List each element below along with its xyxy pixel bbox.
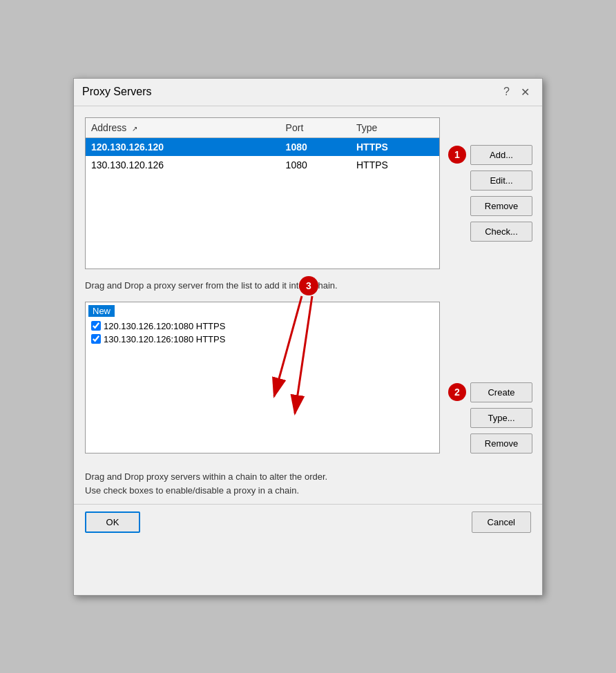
bottom-buttons-group: 2 Create Type... Remove: [448, 382, 531, 453]
add-button[interactable]: Add...: [470, 145, 532, 165]
right-panel: 1 Add... Edit... Remove Check... 2 Creat…: [448, 117, 531, 453]
title-bar: Proxy Servers ? ✕: [74, 79, 542, 106]
chain-item-label: 120.130.126.120:1080 HTTPS: [104, 321, 225, 331]
table-row[interactable]: 120.130.126.1201080HTTPS: [86, 137, 439, 156]
check-button[interactable]: Check...: [470, 222, 532, 242]
type-button[interactable]: Type...: [470, 408, 532, 428]
dialog-title: Proxy Servers: [82, 86, 151, 98]
edit-button[interactable]: Edit...: [470, 170, 532, 191]
cell-address: 120.130.126.120: [86, 137, 280, 156]
col-header-address: Address ↗: [86, 118, 280, 138]
cell-port: 1080: [280, 156, 351, 174]
cell-type: HTTPS: [351, 137, 439, 156]
chain-container: New 120.130.126.120:1080 HTTPS130.130.12…: [85, 302, 440, 453]
chain-item[interactable]: 130.130.120.126:1080 HTTPS: [88, 333, 436, 346]
title-bar-left: Proxy Servers: [82, 86, 151, 98]
badge-1: 1: [448, 146, 466, 164]
footer: OK Cancel: [74, 504, 542, 543]
help-button[interactable]: ?: [499, 84, 514, 99]
left-panel: Address ↗ Port Type: [85, 117, 440, 453]
chain-item-label: 130.130.120.126:1080 HTTPS: [104, 334, 225, 344]
bottom-hint: Drag and Drop proxy servers within a cha…: [74, 465, 542, 502]
remove-button-bottom[interactable]: Remove: [470, 433, 532, 453]
hint-line-2: Use check boxes to enable/disable a prox…: [85, 484, 531, 498]
main-layout: Address ↗ Port Type: [74, 106, 542, 465]
remove-button-top[interactable]: Remove: [470, 196, 532, 216]
create-btn-row: 2 Create: [448, 382, 531, 402]
table-header-row: Address ↗ Port Type: [86, 118, 439, 138]
sort-arrow-address: ↗: [132, 125, 137, 133]
proxy-table-body: 120.130.126.1201080HTTPS130.130.120.1261…: [86, 137, 439, 174]
cancel-button[interactable]: Cancel: [472, 511, 531, 533]
cell-port: 1080: [280, 137, 351, 156]
chain-item[interactable]: 120.130.126.120:1080 HTTPS: [88, 320, 436, 333]
chain-item-checkbox[interactable]: [91, 334, 101, 344]
cell-address: 130.130.120.126: [86, 156, 280, 174]
top-buttons-group: 1 Add... Edit... Remove Check...: [448, 145, 531, 242]
proxy-servers-dialog: Proxy Servers ? ✕ Address ↗: [73, 78, 543, 596]
chain-item-checkbox[interactable]: [91, 321, 101, 331]
content-area: Address ↗ Port Type: [74, 106, 542, 465]
right-spacer: [448, 247, 531, 377]
chain-name-box[interactable]: New: [88, 305, 436, 320]
table-row[interactable]: 130.130.120.1261080HTTPS: [86, 156, 439, 174]
chain-items-list: 120.130.126.120:1080 HTTPS130.130.120.12…: [88, 320, 436, 346]
col-header-type: Type: [351, 118, 439, 138]
ok-button[interactable]: OK: [85, 511, 140, 533]
proxy-table: Address ↗ Port Type: [86, 118, 439, 174]
hint-line-1: Drag and Drop proxy servers within a cha…: [85, 470, 531, 485]
cell-type: HTTPS: [351, 156, 439, 174]
proxy-table-container: Address ↗ Port Type: [85, 117, 440, 269]
badge-2: 2: [448, 383, 466, 401]
col-header-port: Port: [280, 118, 351, 138]
add-btn-row: 1 Add...: [448, 145, 531, 165]
create-button[interactable]: Create: [470, 382, 532, 402]
close-button[interactable]: ✕: [517, 84, 534, 100]
title-bar-right: ? ✕: [499, 84, 534, 100]
hint-drag-drop-1: Drag and Drop a proxy server from the li…: [85, 277, 440, 293]
